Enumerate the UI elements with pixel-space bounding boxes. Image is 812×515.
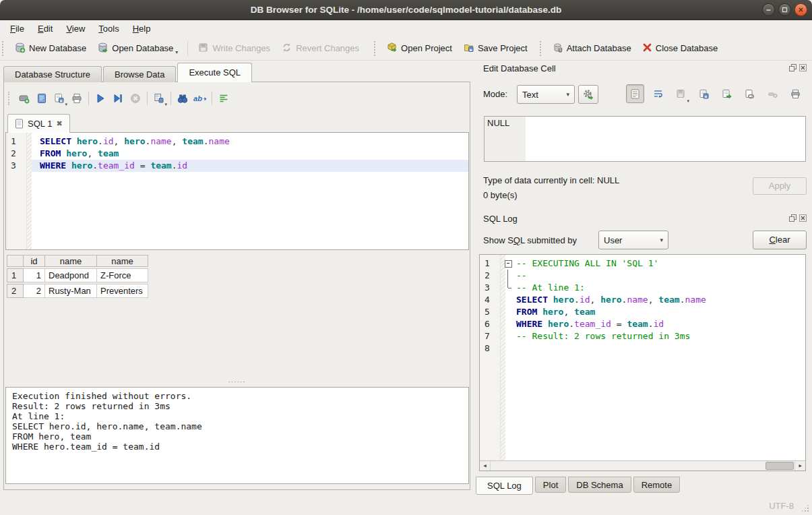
tab-remote[interactable]: Remote <box>633 477 681 493</box>
line-number: 5 <box>480 306 500 318</box>
grid-cell[interactable]: Deadpond <box>45 268 97 282</box>
line-number: 2 <box>6 148 26 160</box>
execute-current-line-button[interactable] <box>109 90 127 107</box>
close-button[interactable] <box>794 3 807 16</box>
titlebar[interactable]: DB Browser for SQLite - /home/user/code/… <box>0 0 812 20</box>
save-sql-file-button[interactable]: ▾ <box>51 90 68 107</box>
clear-log-button[interactable]: Clear <box>753 231 807 249</box>
menu-view[interactable]: View <box>59 22 92 35</box>
execute-all-button[interactable] <box>92 90 109 107</box>
maximize-icon <box>779 4 790 16</box>
code-text: WHERE hero.team_id = team.id <box>26 160 187 172</box>
mode-value: Text <box>522 90 538 100</box>
new-database-button[interactable]: New Database <box>9 38 92 59</box>
edit-cell-dock-title: Edit Database Cell <box>483 63 556 73</box>
save-results-dropdown-icon[interactable]: ▾ <box>164 102 167 107</box>
save-results-button[interactable]: ▾ <box>150 90 168 107</box>
tab-database-structure[interactable]: Database Structure <box>3 66 102 82</box>
menu-edit[interactable]: Edit <box>31 22 59 35</box>
main-toolbar: New Database Open Database ▾ Write Chang… <box>0 36 812 61</box>
word-wrap-button[interactable] <box>649 84 667 103</box>
grid-cell[interactable]: Rusty-Man <box>45 284 97 298</box>
menu-tools[interactable]: Tools <box>92 22 125 35</box>
tab-sql-log[interactable]: SQL Log <box>476 477 533 495</box>
tab-plot[interactable]: Plot <box>535 477 566 493</box>
save-project-button[interactable]: Save Project <box>458 38 533 59</box>
save-cell-icon <box>675 88 687 100</box>
scroll-left-icon[interactable]: ◀ <box>480 461 491 471</box>
execution-status-log[interactable]: Execution finished without errors. Resul… <box>5 387 469 484</box>
code-line: 1-- EXECUTING ALL IN 'SQL 1' <box>480 258 805 270</box>
open-database-dropdown-icon[interactable]: ▾ <box>175 49 178 55</box>
grid-cell[interactable]: Z-Force <box>97 268 148 282</box>
import-data-button[interactable] <box>578 85 598 104</box>
open-sql-file-button[interactable] <box>33 90 51 107</box>
code-text <box>515 342 516 355</box>
pane-splitter-handle[interactable]: ······ <box>3 380 470 385</box>
close-database-button[interactable]: Close Database <box>637 39 724 58</box>
save-sql-file-icon <box>53 92 65 104</box>
grid-corner-header[interactable] <box>7 255 24 267</box>
close-dock-icon[interactable] <box>799 214 807 222</box>
mode-select[interactable]: Text ▾ <box>517 85 575 104</box>
toolbar-drag-handle[interactable] <box>8 92 12 105</box>
text-mode-button[interactable] <box>626 84 644 103</box>
close-dock-icon[interactable] <box>799 64 807 71</box>
replace-button[interactable]: ab <box>191 90 209 107</box>
float-dock-icon[interactable] <box>789 64 797 71</box>
log-horizontal-scrollbar[interactable]: ◀ ▶ <box>480 460 805 471</box>
attach-database-button[interactable]: Attach Database <box>546 38 637 59</box>
save-sql-dropdown-icon[interactable]: ▾ <box>65 102 67 107</box>
code-line: 6WHERE hero.team_id = team.id <box>480 318 805 330</box>
maximize-button[interactable] <box>778 3 791 16</box>
tab-browse-data[interactable]: Browse Data <box>103 66 176 82</box>
open-database-button[interactable]: Open Database ▾ <box>92 38 183 59</box>
close-sql-tab-icon[interactable]: ✖ <box>56 120 62 127</box>
save-as-button[interactable] <box>695 84 713 103</box>
grid-cell[interactable]: 2 <box>24 284 45 298</box>
cell-value-editor[interactable]: NULL <box>484 116 806 162</box>
open-project-button[interactable]: Open Project <box>381 38 458 59</box>
toolbar-drag-handle[interactable] <box>540 41 544 56</box>
fold-spacer <box>500 294 515 306</box>
grid-cell[interactable]: Preventers <box>97 284 148 298</box>
code-line: 4SELECT hero.id, hero.name, team.name <box>480 294 805 306</box>
link-data-button[interactable] <box>741 84 759 103</box>
open-sql-file-icon <box>36 92 48 104</box>
print-sql-button[interactable] <box>68 90 86 107</box>
line-number: 3 <box>6 160 26 172</box>
log-filter-select[interactable]: User ▾ <box>598 231 668 249</box>
minimize-button[interactable] <box>762 3 775 16</box>
resize-grip[interactable] <box>807 510 809 512</box>
code-text: SELECT hero.id, hero.name, team.name <box>515 294 706 306</box>
tab-sql-1[interactable]: SQL 1 ✖ <box>7 114 70 133</box>
scrollbar-thumb[interactable] <box>766 462 794 470</box>
export-cell-button[interactable] <box>718 84 736 103</box>
fold-marker-icon[interactable] <box>500 258 515 270</box>
toolbar-separator <box>147 92 148 105</box>
sql-log-view[interactable]: ◀ ▶ 1-- EXECUTING ALL IN 'SQL 1'2--3-- A… <box>479 254 806 471</box>
new-sql-tab-button[interactable] <box>15 90 33 107</box>
sql-editor[interactable]: 1SELECT hero.id, hero.name, team.name2FR… <box>5 132 469 250</box>
scroll-right-icon[interactable]: ▶ <box>794 461 805 471</box>
text-document-icon <box>629 88 641 100</box>
grid-cell[interactable]: 1 <box>24 268 45 282</box>
grid-column-header[interactable]: name <box>97 255 148 267</box>
code-text: -- At line 1: <box>515 282 585 294</box>
menu-file[interactable]: File <box>3 22 31 35</box>
save-results-icon <box>153 92 165 104</box>
toolbar-drag-handle[interactable] <box>374 41 378 56</box>
format-sql-button[interactable] <box>215 90 232 107</box>
toolbar-drag-handle[interactable] <box>2 41 6 56</box>
grid-column-header[interactable]: id <box>24 255 45 267</box>
grid-column-header[interactable]: name <box>45 255 97 267</box>
menu-help[interactable]: Help <box>126 22 158 35</box>
replace-arrow-icon <box>201 96 207 102</box>
close-icon <box>795 4 807 16</box>
cell-editor-toolbar: ▾ <box>626 84 805 103</box>
print-cell-button[interactable] <box>786 84 805 103</box>
float-dock-icon[interactable] <box>789 214 797 222</box>
tab-db-schema[interactable]: DB Schema <box>568 477 631 493</box>
find-button[interactable] <box>174 90 191 107</box>
tab-execute-sql[interactable]: Execute SQL <box>177 63 252 82</box>
